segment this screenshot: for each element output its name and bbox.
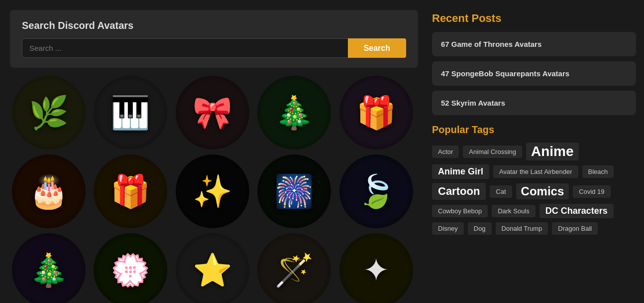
avatar-item-8[interactable]: ✨ — [176, 154, 249, 228]
tag-bleach[interactable]: Bleach — [582, 165, 614, 178]
tag-cartoon[interactable]: Cartoon — [432, 183, 486, 200]
avatar-item-15[interactable]: ✦ — [339, 233, 413, 303]
tag-actor[interactable]: Actor — [432, 146, 459, 158]
avatar-item-4[interactable]: 🎄 — [257, 76, 331, 150]
tag-cat[interactable]: Cat — [490, 185, 512, 198]
avatar-emoji: 🎂 — [29, 175, 69, 207]
tag-animal-crossing[interactable]: Animal Crossing — [463, 146, 522, 158]
search-row: Search — [22, 38, 406, 58]
tag-covid-19[interactable]: Covid 19 — [573, 185, 610, 198]
avatar-item-12[interactable]: 💮 — [94, 233, 167, 303]
avatar-emoji: 🎀 — [193, 97, 232, 129]
avatar-emoji: ✦ — [363, 254, 390, 286]
avatar-emoji: ⭐ — [193, 254, 232, 286]
post-card-2[interactable]: 52 Skyrim Avatars — [432, 91, 636, 115]
avatar-emoji: 🌿 — [29, 97, 69, 129]
avatar-item-14[interactable]: 🪄 — [257, 233, 331, 303]
tag-dragon-ball[interactable]: Dragon Ball — [552, 222, 598, 235]
avatar-emoji: 🎹 — [110, 97, 150, 129]
tag-cowboy-bebop[interactable]: Cowboy Bebop — [432, 205, 488, 217]
post-card-title-0: 67 Game of Thrones Avatars — [441, 40, 627, 48]
avatar-emoji: 🎁 — [356, 97, 396, 129]
avatar-emoji: ✨ — [193, 175, 232, 207]
avatar-emoji: 🍃 — [356, 175, 396, 207]
tag-dog[interactable]: Dog — [468, 222, 492, 235]
avatar-item-13[interactable]: ⭐ — [176, 233, 249, 303]
post-card-0[interactable]: 67 Game of Thrones Avatars — [432, 32, 636, 56]
posts-container: 67 Game of Thrones Avatars47 SpongeBob S… — [432, 32, 636, 120]
tag-avatar-the-last-airbender[interactable]: Avatar the Last Airbender — [493, 165, 578, 178]
main-content: Search Discord Avatars Search 🌿🎹🎀🎄🎁🎂🎁✨🎆🍃… — [0, 0, 428, 303]
tag-comics[interactable]: Comics — [516, 183, 569, 199]
search-section: Search Discord Avatars Search — [10, 10, 418, 68]
avatar-item-1[interactable]: 🌿 — [12, 76, 86, 150]
avatar-emoji: 🎆 — [274, 175, 314, 207]
avatar-emoji: 💮 — [110, 254, 150, 286]
search-button[interactable]: Search — [348, 38, 406, 58]
avatar-emoji: 🪄 — [274, 254, 314, 286]
avatar-item-7[interactable]: 🎁 — [94, 154, 167, 228]
avatar-item-9[interactable]: 🎆 — [257, 154, 331, 228]
popular-tags-title: Popular Tags — [432, 120, 636, 143]
avatar-item-5[interactable]: 🎁 — [339, 76, 413, 150]
avatar-item-2[interactable]: 🎹 — [94, 76, 167, 150]
post-card-1[interactable]: 47 SpongeBob Squarepants Avatars — [432, 61, 636, 86]
sidebar: Recent Posts 67 Game of Thrones Avatars4… — [428, 0, 644, 303]
avatar-item-10[interactable]: 🍃 — [339, 154, 413, 228]
tag-donald-trump[interactable]: Donald Trump — [496, 222, 548, 235]
tag-anime[interactable]: Anime — [526, 143, 579, 160]
avatar-item-11[interactable]: 🎄 — [12, 233, 86, 303]
search-title: Search Discord Avatars — [22, 20, 406, 31]
tags-container: ActorAnimal CrossingAnimeAnime GirlAvata… — [432, 143, 636, 235]
post-card-title-1: 47 SpongeBob Squarepants Avatars — [441, 69, 627, 78]
avatar-grid: 🌿🎹🎀🎄🎁🎂🎁✨🎆🍃🎄💮⭐🪄✦ — [10, 76, 418, 303]
avatar-emoji: 🎁 — [110, 175, 150, 207]
tag-dark-souls[interactable]: Dark Souls — [492, 205, 536, 217]
tag-dc-characters[interactable]: DC Characters — [539, 204, 614, 218]
avatar-item-6[interactable]: 🎂 — [12, 154, 86, 228]
avatar-emoji: 🎄 — [29, 254, 69, 286]
tag-disney[interactable]: Disney — [432, 222, 464, 235]
tag-anime-girl[interactable]: Anime Girl — [432, 164, 489, 179]
avatar-emoji: 🎄 — [274, 97, 314, 129]
search-input[interactable] — [22, 38, 348, 58]
avatar-item-3[interactable]: 🎀 — [176, 76, 249, 150]
post-card-title-2: 52 Skyrim Avatars — [441, 99, 627, 107]
recent-posts-title: Recent Posts — [432, 8, 636, 32]
